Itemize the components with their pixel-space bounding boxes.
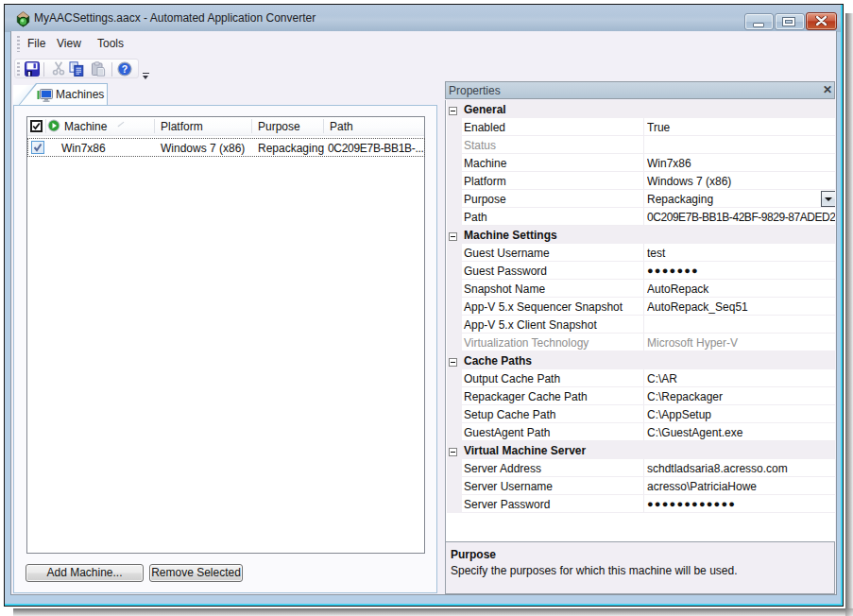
svg-text:?: ? (122, 63, 128, 75)
